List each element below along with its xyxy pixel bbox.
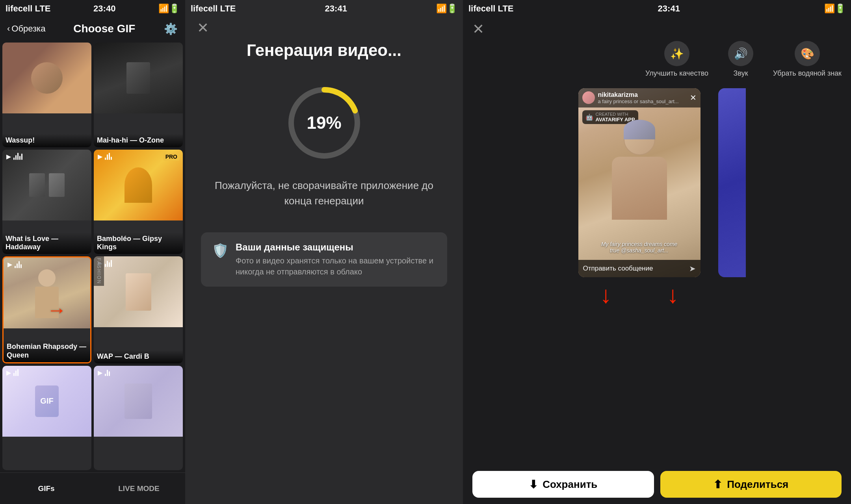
avatarify-icon: 🤖 (585, 113, 593, 121)
tab-livemode[interactable]: LIVE MODE (93, 473, 185, 504)
chevron-left-icon: ‹ (7, 24, 10, 34)
gif-item-wap[interactable]: ▶ FASHION WAP — Cardi B (94, 256, 183, 363)
gif-item-whatlove[interactable]: ▶ What is Love — Haddaway (2, 150, 91, 254)
gif-label-bamboleo: Bamboléo — Gipsy Kings (94, 232, 183, 254)
gif-thumb-bohemian (4, 258, 90, 328)
video-preview-area: nikitakarizma a fairy princess or sasha_… (463, 84, 851, 465)
progress-percent: 19% (307, 113, 341, 133)
gif-label-whatlove: What is Love — Haddaway (2, 232, 91, 254)
username: nikitakarizma (598, 91, 679, 98)
nav-bar-1: ‹ Обрезка Choose GIF ⚙️ (0, 17, 185, 40)
security-title: Ваши данные защищены (236, 242, 436, 253)
username-subtitle: a fairy princess or sasha_soul_art... (598, 98, 679, 104)
progress-ring: 19% (285, 83, 364, 162)
video-content: nikitakarizma a fairy princess or sasha_… (578, 88, 700, 277)
panel-result: lifecell LTE 23:41 📶🔋 ✕ ✨ Улучшить качес… (463, 0, 851, 504)
video-card-partial (718, 88, 746, 277)
close-button-3[interactable]: ✕ (472, 21, 484, 37)
back-label: Обрезка (11, 24, 45, 34)
save-button[interactable]: ⬇ Сохранить (472, 471, 654, 498)
progress-message: Пожалуйста, не сворачивайте приложение д… (185, 178, 463, 209)
share-button[interactable]: ⬆ Поделиться (660, 471, 842, 498)
watermark-icon: 🎨 (795, 41, 820, 66)
gif-item-bohemian[interactable]: ▶ → Bohemian Rhapsody — Queen (2, 256, 91, 363)
bottom-tab-bar: GIFs LIVE MODE (0, 472, 185, 504)
arrow-right: ↓ (667, 281, 679, 308)
enhance-label: Улучшить качество (645, 69, 708, 78)
shield-icon: 🛡️ (212, 243, 229, 258)
watermark-label: Убрать водяной знак (773, 69, 842, 78)
gif-item-livemode[interactable]: ▶ (94, 366, 183, 471)
gif-label-bohemian: Bohemian Rhapsody — Queen (4, 340, 90, 362)
enhance-quality-button[interactable]: ✨ Улучшить качество (645, 41, 708, 78)
waveform-icon (13, 153, 22, 160)
gif-thumb-whatlove (2, 150, 91, 220)
waveform-icon-6 (105, 369, 110, 376)
time-1: 23:40 (93, 4, 115, 14)
close-button-2[interactable]: ✕ (197, 20, 209, 36)
panel3-top-bar: ✕ (463, 17, 851, 41)
carrier-2: lifecell LTE (191, 4, 236, 14)
remove-watermark-button[interactable]: 🎨 Убрать водяной знак (773, 41, 842, 78)
pro-badge: PRO (163, 153, 180, 161)
share-icon: ⬆ (713, 478, 722, 491)
user-avatar (582, 91, 595, 104)
play-icon-gifs: ▶ (6, 369, 19, 376)
progress-container: 19% (185, 83, 463, 162)
share-label: Поделиться (727, 478, 788, 491)
time-2: 23:41 (325, 4, 347, 14)
back-button[interactable]: ‹ Обрезка (7, 24, 45, 34)
video-text-overlay: My fairy princess dreams cometrue @sasha… (582, 241, 697, 254)
status-bar-3: lifecell LTE 23:41 📶🔋 (463, 0, 851, 17)
save-icon: ⬇ (529, 478, 538, 491)
gif-thumb-gifs: GIF (2, 366, 91, 437)
battery-icons-1: 📶🔋 (158, 4, 180, 14)
settings-button[interactable]: ⚙️ (163, 21, 178, 36)
page-title-1: Choose GIF (73, 22, 135, 35)
security-body: Фото и видео хранятся только на вашем ус… (236, 255, 436, 277)
carrier-1: lifecell LTE (6, 4, 51, 14)
gif-item-gifs[interactable]: GIF ▶ (2, 366, 91, 471)
security-card: 🛡️ Ваши данные защищены Фото и видео хра… (201, 232, 447, 287)
panel-generation: lifecell LTE 23:41 📶🔋 ✕ Генерация видео.… (185, 0, 463, 504)
save-label: Сохранить (543, 478, 597, 491)
badge-line1: CREATED WITH (596, 112, 635, 117)
video-card-main[interactable]: nikitakarizma a fairy princess or sasha_… (578, 88, 700, 277)
gif-label-maihahi: Mai-ha-hi — O-Zone (94, 134, 183, 147)
sound-button[interactable]: 🔊 Звук (728, 41, 753, 78)
bottom-action-bar: ⬇ Сохранить ⬆ Поделиться (463, 465, 851, 504)
play-icon-whatlove: ▶ (6, 153, 22, 160)
play-icon-bohemian: ▶ (7, 261, 22, 268)
gif-thumb-maihahi (94, 43, 183, 113)
gif-item-wassup[interactable]: Wassup! (2, 43, 91, 147)
gif-thumb-wassup (2, 43, 91, 113)
sound-icon: 🔊 (728, 41, 753, 66)
time-3: 23:41 (658, 4, 680, 14)
battery-icons-3: 📶🔋 (824, 4, 845, 14)
status-bar-2: lifecell LTE 23:41 📶🔋 (185, 0, 463, 17)
arrow-left: ↓ (600, 281, 612, 308)
video-close-icon[interactable]: ✕ (690, 93, 697, 102)
action-buttons-row: ✨ Улучшить качество 🔊 Звук 🎨 Убрать водя… (463, 41, 851, 84)
tab-gifs[interactable]: GIFs (0, 473, 93, 504)
video-top-overlay: nikitakarizma a fairy princess or sasha_… (578, 88, 700, 107)
gif-label-wassup: Wassup! (2, 134, 91, 147)
carrier-3: lifecell LTE (468, 4, 514, 14)
gif-item-maihahi[interactable]: Mai-ha-hi — O-Zone (94, 43, 183, 147)
waveform-icon-3 (15, 261, 22, 268)
waveform-icon-2 (105, 153, 112, 160)
status-bar-1: lifecell LTE 23:40 📶🔋 (0, 0, 185, 17)
security-text: Ваши данные защищены Фото и видео хранят… (236, 242, 436, 277)
play-icon-livemode: ▶ (98, 369, 110, 376)
waveform-icon-5 (13, 369, 19, 376)
fashion-badge-wap: FASHION (94, 256, 104, 286)
battery-icons-2: 📶🔋 (436, 4, 457, 14)
gif-thumb-livemode (94, 366, 183, 437)
gif-item-bamboleo[interactable]: ▶ PRO Bamboléo — Gipsy Kings (94, 150, 183, 254)
gif-label-wap: WAP — Cardi B (94, 350, 183, 363)
send-message-text: Отправить сообщение (583, 265, 653, 272)
user-details: nikitakarizma a fairy princess or sasha_… (598, 91, 679, 104)
send-message-bar[interactable]: Отправить сообщение ➤ (578, 260, 700, 277)
generation-title-container: Генерация видео... (185, 41, 463, 60)
arrows-container: ↓ ↓ (569, 281, 710, 308)
